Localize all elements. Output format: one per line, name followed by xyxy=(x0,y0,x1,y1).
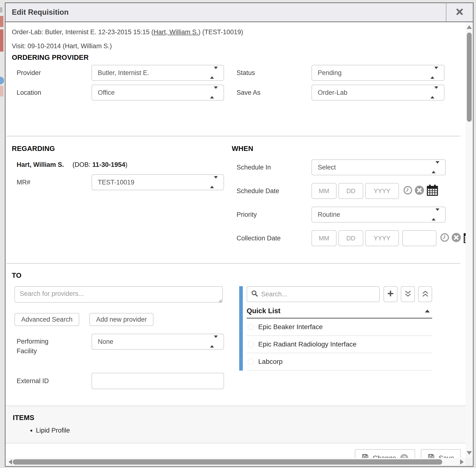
schedule-date-day-input[interactable] xyxy=(338,183,363,199)
scroll-right-icon[interactable] xyxy=(460,459,464,465)
scrollbar-corner xyxy=(466,458,473,466)
select-arrows-icon xyxy=(210,89,218,96)
schedule-date-year-input[interactable] xyxy=(365,183,399,199)
priority-select[interactable]: Routine xyxy=(311,207,446,222)
collection-date-clear-button[interactable] xyxy=(451,233,461,244)
collapse-icon xyxy=(425,310,430,312)
close-button[interactable] xyxy=(446,3,473,21)
schedule-date-month-input[interactable] xyxy=(311,183,336,199)
directory-accent-bar xyxy=(239,286,243,371)
schedule-date-now-button[interactable] xyxy=(403,185,413,197)
item-entry: Lipid Profile xyxy=(36,426,466,435)
collection-date-now-button[interactable] xyxy=(440,233,449,244)
dialog-header: Edit Requisition xyxy=(6,3,473,22)
mr-number-label: MR# xyxy=(12,177,92,187)
status-select[interactable]: Pending xyxy=(311,65,445,81)
quick-list-header[interactable]: Quick List xyxy=(247,307,432,315)
items-heading: ITEMS xyxy=(13,414,466,422)
dialog-title: Edit Requisition xyxy=(6,3,446,21)
patient-dob: 11-30-1954 xyxy=(92,161,125,168)
when-section: WHEN Schedule In Select Schedule Date xyxy=(232,145,466,246)
directory-panel: + xyxy=(239,286,432,371)
schedule-in-select[interactable]: Select xyxy=(311,159,446,175)
items-section: ITEMS Lipid Profile xyxy=(6,406,466,443)
schedule-date-label: Schedule Date xyxy=(232,186,311,196)
collection-date-day-input[interactable] xyxy=(338,230,363,246)
mr-number-select[interactable]: TEST-10019 xyxy=(92,174,224,190)
order-summary-suffix: ) (TEST-10019) xyxy=(198,29,243,36)
regarding-heading: REGARDING xyxy=(12,145,232,153)
clear-icon xyxy=(451,233,461,244)
horizontal-scrollbar[interactable] xyxy=(6,458,466,466)
plus-icon: + xyxy=(387,287,394,300)
patient-link[interactable]: Hart, William S. xyxy=(154,29,198,36)
select-arrows-icon xyxy=(431,89,438,96)
radio-icon[interactable] xyxy=(248,359,254,365)
chevron-double-down-icon xyxy=(405,290,411,298)
add-to-list-button[interactable]: + xyxy=(383,286,397,302)
background-page-fragment xyxy=(0,86,3,96)
collapse-all-button[interactable] xyxy=(418,286,432,302)
radio-icon[interactable] xyxy=(248,324,254,330)
schedule-date-calendar-button[interactable] xyxy=(426,184,438,198)
expand-all-button[interactable] xyxy=(401,286,415,302)
background-page-fragment xyxy=(0,29,3,52)
clock-icon xyxy=(440,233,449,244)
help-icon[interactable]: ? xyxy=(400,454,408,458)
select-arrows-icon xyxy=(432,164,439,171)
clock-icon xyxy=(403,185,413,197)
quick-list-item[interactable]: Epic Radiant Radiology Interface xyxy=(247,336,432,353)
save-as-select[interactable]: Order-Lab xyxy=(311,85,445,101)
directory-search-input[interactable] xyxy=(261,291,376,298)
scroll-down-icon[interactable] xyxy=(467,451,472,455)
scroll-up-icon[interactable] xyxy=(467,25,472,29)
collection-date-label: Collection Date xyxy=(232,234,311,243)
save-as-label: Save As xyxy=(232,88,311,97)
collection-date-month-input[interactable] xyxy=(311,230,336,246)
when-heading: WHEN xyxy=(232,145,466,153)
close-icon xyxy=(456,8,463,16)
save-button[interactable]: Save xyxy=(421,449,461,458)
search-icon xyxy=(251,290,258,299)
save-icon xyxy=(428,453,435,458)
calendar-icon xyxy=(426,184,438,198)
horizontal-scrollbar-thumb[interactable] xyxy=(13,459,442,465)
select-arrows-icon xyxy=(432,211,439,219)
add-new-provider-button[interactable]: Add new provider xyxy=(89,313,154,326)
external-id-input[interactable] xyxy=(92,373,224,389)
performing-facility-select[interactable]: None xyxy=(92,334,224,350)
vertical-scrollbar-thumb[interactable] xyxy=(467,32,472,122)
ordering-provider-heading: ORDERING PROVIDER xyxy=(12,54,466,61)
page-background: Edit Requisition Order-Lab: Butler, Inte… xyxy=(0,0,476,468)
change-button[interactable]: Change ? xyxy=(355,449,415,458)
clear-icon xyxy=(415,185,424,197)
provider-label: Provider xyxy=(12,68,92,78)
collection-date-time-input[interactable] xyxy=(402,230,436,246)
schedule-date-clear-button[interactable] xyxy=(415,185,424,197)
resize-handle-icon[interactable] xyxy=(218,299,222,302)
section-divider xyxy=(6,136,460,136)
quick-list-item[interactable]: Labcorp xyxy=(247,353,432,371)
provider-search-input[interactable] xyxy=(14,286,223,303)
patient-info-line: Hart, William S. (DOB: 11-30-1954) xyxy=(12,160,232,169)
select-arrows-icon xyxy=(210,179,218,186)
scroll-left-icon[interactable] xyxy=(8,459,12,465)
directory-search-box[interactable] xyxy=(247,286,380,302)
schedule-in-label: Schedule In xyxy=(232,162,311,172)
location-select[interactable]: Office xyxy=(92,85,224,101)
quick-list-item[interactable]: Epic Beaker Interface xyxy=(247,319,432,336)
regarding-section: REGARDING Hart, William S. (DOB: 11-30-1… xyxy=(12,145,232,190)
dialog-actions: Change ? Save xyxy=(12,449,466,458)
priority-label: Priority xyxy=(232,210,311,219)
vertical-scrollbar[interactable] xyxy=(466,22,473,458)
to-section: Advanced Search Add new provider Perform… xyxy=(12,286,466,389)
collection-date-year-input[interactable] xyxy=(365,230,399,246)
collection-date-calendar-button[interactable] xyxy=(463,232,466,245)
background-page-fragment xyxy=(0,77,4,84)
patient-name: Hart, William S. xyxy=(17,161,64,168)
order-summary-prefix: Order-Lab: Butler, Internist E. 12-23-20… xyxy=(12,29,154,36)
location-label: Location xyxy=(12,88,92,97)
advanced-search-button[interactable]: Advanced Search xyxy=(14,313,79,326)
radio-icon[interactable] xyxy=(248,341,254,348)
provider-select[interactable]: Butler, Internist E. xyxy=(92,65,224,81)
